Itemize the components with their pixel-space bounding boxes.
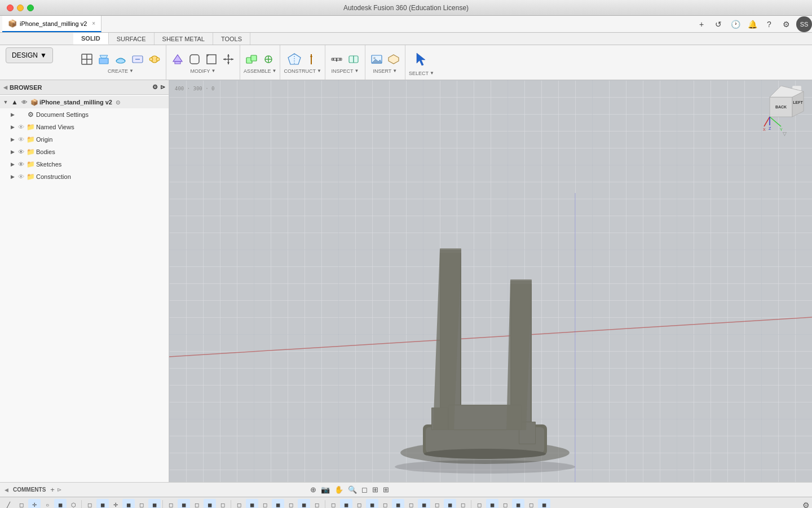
create-more-btn[interactable]: [130, 51, 145, 67]
notification-btn[interactable]: 🔔: [745, 17, 759, 31]
btb-3d-arc[interactable]: ◻: [217, 499, 229, 509]
insert-mcmaster-btn[interactable]: [386, 51, 401, 67]
btb-mfg-2[interactable]: ◼: [340, 499, 352, 509]
create-pattern-btn[interactable]: [147, 51, 162, 67]
viewport-more-btn[interactable]: ⊞: [382, 485, 390, 494]
browser-expand-icon[interactable]: ⊳: [160, 84, 165, 91]
btb-anno-7[interactable]: ◻: [311, 499, 323, 509]
viewport-capture-btn[interactable]: 📷: [320, 485, 331, 494]
select-btn[interactable]: [411, 49, 431, 69]
construct-plane-btn[interactable]: [286, 51, 302, 67]
viewport-grid-btn[interactable]: ⊞: [371, 485, 379, 494]
viewport[interactable]: ⌂ BACK LEFT: [169, 80, 812, 482]
btb-3d-circle[interactable]: ◼: [204, 499, 216, 509]
minimize-button[interactable]: [17, 5, 24, 11]
btb-mfg-4[interactable]: ◼: [366, 499, 378, 509]
btb-settings-btn[interactable]: ⚙: [802, 501, 810, 509]
btb-sketch-circle[interactable]: ○: [41, 499, 54, 509]
tab-surface[interactable]: SURFACE: [109, 33, 155, 45]
tree-item-named-views[interactable]: ▶ 👁 📁 Named Views: [0, 121, 169, 133]
btb-2d-arc[interactable]: ◻: [135, 499, 148, 509]
browser-collapse-icon[interactable]: ◀: [3, 85, 7, 90]
create-new-body-btn[interactable]: [79, 51, 95, 67]
btb-view-5[interactable]: ◻: [525, 499, 537, 509]
tree-item-bodies[interactable]: ▶ 👁 📁 Bodies: [0, 146, 169, 158]
tree-item-sketches[interactable]: ▶ 👁 📁 Sketches: [0, 158, 169, 170]
btb-sketch-poly[interactable]: ⬡: [67, 499, 80, 509]
add-tab-btn[interactable]: +: [695, 17, 708, 31]
assemble-new-component-btn[interactable]: [244, 51, 259, 67]
btb-view-6[interactable]: ◼: [538, 499, 550, 509]
btb-2d-line[interactable]: ◻: [83, 499, 96, 509]
btb-2d-rect[interactable]: ◼: [96, 499, 109, 509]
browser-settings-icon[interactable]: ⚙: [152, 84, 158, 91]
design-dropdown[interactable]: DESIGN ▼: [6, 47, 53, 63]
tab-sheetmetal[interactable]: SHEET METAL: [155, 33, 213, 45]
btb-sketch-arc[interactable]: ◼: [54, 499, 67, 509]
btb-2d-move[interactable]: ✛: [109, 499, 122, 509]
comments-expand-btn[interactable]: ◀: [5, 487, 8, 493]
btb-view-4[interactable]: ◼: [512, 499, 524, 509]
btb-anno-5[interactable]: ◻: [285, 499, 297, 509]
btb-mfg-7[interactable]: ◻: [405, 499, 417, 509]
view-cube[interactable]: ⌂ BACK LEFT: [761, 86, 806, 137]
doc-settings-label: Document Settings: [36, 111, 89, 118]
viewport-pan-btn[interactable]: ✋: [333, 485, 345, 494]
help-btn[interactable]: ?: [762, 17, 776, 31]
tab-solid[interactable]: SOLID: [73, 33, 109, 45]
viewport-display-style-btn[interactable]: ◻: [360, 485, 369, 494]
btb-mfg-8[interactable]: ◼: [418, 499, 430, 509]
modify-move-btn[interactable]: [220, 51, 236, 67]
comments-panel-expand-icon[interactable]: ⊳: [57, 487, 61, 493]
btb-3d-move[interactable]: ◻: [191, 499, 203, 509]
viewport-zoom-btn[interactable]: 🔍: [347, 485, 358, 494]
close-button[interactable]: [7, 5, 14, 11]
modify-chamfer-btn[interactable]: [204, 51, 219, 67]
tree-item-document-settings[interactable]: ▶ ⚙ Document Settings: [0, 108, 169, 121]
clock-btn[interactable]: 🕐: [729, 17, 742, 31]
avatar-btn[interactable]: SS: [796, 16, 812, 32]
tree-root-item[interactable]: ▼ ▲ 👁 📦 iPhone_stand_milling v2 ⊙: [0, 96, 169, 108]
tree-item-origin[interactable]: ▶ 👁 📁 Origin: [0, 133, 169, 146]
assemble-joint-btn[interactable]: [261, 51, 276, 67]
btb-anno-3[interactable]: ◻: [259, 499, 271, 509]
btb-mfg-6[interactable]: ◼: [392, 499, 404, 509]
btb-sketch-move[interactable]: ✛: [28, 499, 41, 509]
inspect-section-analysis-btn[interactable]: [346, 51, 361, 67]
btb-sketch-rect[interactable]: ◻: [15, 499, 28, 509]
maximize-button[interactable]: [27, 5, 34, 11]
modify-fillet-btn[interactable]: [187, 51, 202, 67]
refresh-btn[interactable]: ↺: [712, 17, 725, 31]
btb-mfg-10[interactable]: ◼: [444, 499, 456, 509]
file-tab[interactable]: 📦 iPhone_stand_milling v2 ×: [2, 16, 102, 32]
btb-anno-4[interactable]: ◼: [272, 499, 284, 509]
comments-add-icon[interactable]: +: [50, 485, 55, 494]
modify-press-pull-btn[interactable]: [170, 51, 186, 67]
btb-sketch-line[interactable]: ╱: [2, 499, 15, 509]
create-revolve-btn[interactable]: [113, 51, 129, 67]
btb-anno-2[interactable]: ◼: [246, 499, 258, 509]
btb-2d-poly[interactable]: ◼: [148, 499, 161, 509]
btb-3d-line[interactable]: ◻: [165, 499, 177, 509]
btb-mfg-1[interactable]: ◻: [327, 499, 339, 509]
btb-anno-6[interactable]: ◼: [298, 499, 310, 509]
create-extrude-btn[interactable]: [96, 51, 112, 67]
tab-close-icon[interactable]: ×: [92, 20, 95, 27]
tab-tools[interactable]: TOOLS: [213, 33, 250, 45]
btb-2d-circle[interactable]: ◼: [122, 499, 135, 509]
insert-image-btn[interactable]: [369, 51, 385, 67]
construct-axis-btn[interactable]: [303, 51, 319, 67]
btb-mfg-11[interactable]: ◻: [457, 499, 469, 509]
btb-view-2[interactable]: ◼: [486, 499, 498, 509]
tree-item-construction[interactable]: ▶ 👁 📁 Construction: [0, 170, 169, 183]
btb-3d-rect[interactable]: ◼: [178, 499, 190, 509]
btb-mfg-5[interactable]: ◻: [379, 499, 391, 509]
btb-anno-1[interactable]: ◻: [233, 499, 245, 509]
btb-mfg-3[interactable]: ◻: [353, 499, 365, 509]
btb-view-1[interactable]: ◻: [473, 499, 486, 509]
viewport-snap-btn[interactable]: ⊕: [309, 485, 317, 494]
btb-view-3[interactable]: ◻: [499, 499, 511, 509]
inspect-measure-btn[interactable]: [329, 51, 345, 67]
btb-mfg-9[interactable]: ◻: [431, 499, 443, 509]
settings-btn[interactable]: ⚙: [779, 17, 793, 31]
